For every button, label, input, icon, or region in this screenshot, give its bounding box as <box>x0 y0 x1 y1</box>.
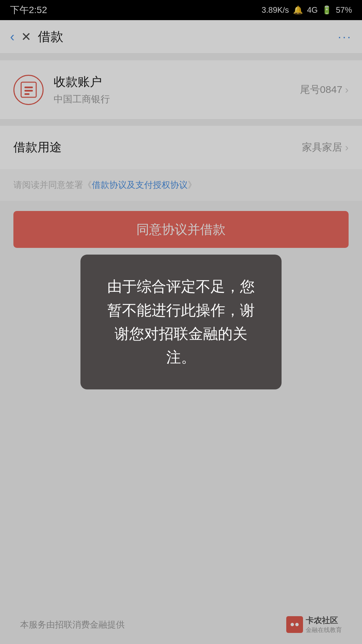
toast-message: 由于综合评定不足，您暂不能进行此操作，谢谢您对招联金融的关注。 <box>104 275 258 369</box>
modal-overlay[interactable]: 由于综合评定不足，您暂不能进行此操作，谢谢您对招联金融的关注。 <box>0 0 362 644</box>
toast-dialog: 由于综合评定不足，您暂不能进行此操作，谢谢您对招联金融的关注。 <box>80 255 282 389</box>
